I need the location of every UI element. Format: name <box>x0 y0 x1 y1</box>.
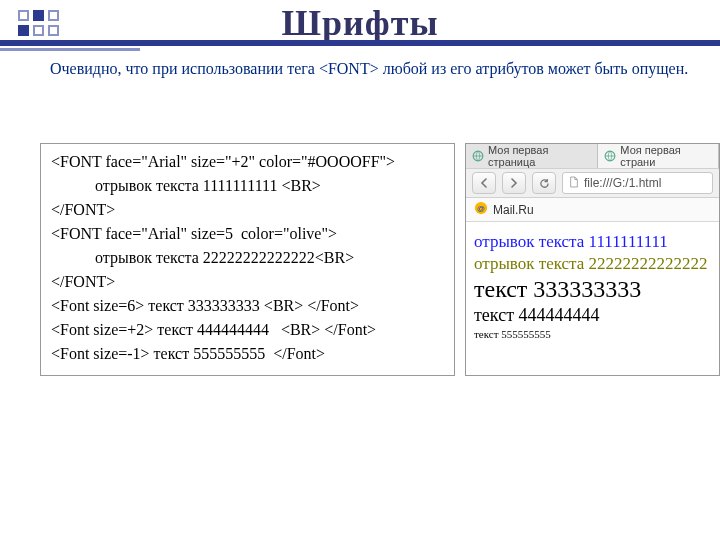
mailru-icon: @ <box>474 201 488 218</box>
intro-paragraph: Очевидно, что при использовании тега <FO… <box>50 58 690 80</box>
code-line: <Font size=-1> текст 555555555 </Font> <box>51 342 444 366</box>
tab-label: Моя первая страница <box>488 144 591 168</box>
code-line: отрывок текста 1111111111 <BR> <box>51 174 444 198</box>
code-line: </FONT> <box>51 198 444 222</box>
bookmark-item[interactable]: Mail.Ru <box>493 203 534 217</box>
example-panels: <FONT face="Arial" size="+2" color="#OOO… <box>40 143 720 376</box>
browser-address-bar: file:///G:/1.html <box>466 168 719 198</box>
rendered-line: текст 444444444 <box>474 305 711 326</box>
tab-label: Моя первая страни <box>620 144 712 168</box>
browser-tab-inactive[interactable]: Моя первая страница <box>466 144 598 168</box>
rendered-line: текст 333333333 <box>474 276 711 303</box>
title-underline <box>0 40 720 51</box>
forward-button[interactable] <box>502 172 526 194</box>
back-button[interactable] <box>472 172 496 194</box>
file-icon <box>569 176 579 191</box>
bookmark-bar: @ Mail.Ru <box>466 198 719 222</box>
globe-icon <box>472 150 484 162</box>
code-line: </FONT> <box>51 270 444 294</box>
rendered-line: отрывок текста 1111111111 <box>474 232 711 252</box>
code-panel: <FONT face="Arial" size="+2" color="#OOO… <box>40 143 455 376</box>
globe-icon <box>604 150 616 162</box>
browser-tabbar: Моя первая страница Моя первая страни <box>466 144 719 168</box>
url-field[interactable]: file:///G:/1.html <box>562 172 713 194</box>
rendered-page: отрывок текста 1111111111 отрывок текста… <box>466 222 719 350</box>
reload-button[interactable] <box>532 172 556 194</box>
slide-title: Шрифты <box>0 2 720 44</box>
code-line: <Font size=+2> текст 444444444 <BR> </Fo… <box>51 318 444 342</box>
svg-text:@: @ <box>477 204 485 213</box>
browser-tab-active[interactable]: Моя первая страни <box>598 144 719 168</box>
code-line: <Font size=6> текст 333333333 <BR> </Fon… <box>51 294 444 318</box>
rendered-line: текст 555555555 <box>474 328 711 340</box>
code-line: отрывок текста 22222222222222<BR> <box>51 246 444 270</box>
code-line: <FONT face="Arial" size=5 color="olive"> <box>51 222 444 246</box>
browser-panel: Моя первая страница Моя первая страни <box>465 143 720 376</box>
rendered-line: отрывок текста 22222222222222 <box>474 254 711 274</box>
code-line: <FONT face="Arial" size="+2" color="#OOO… <box>51 150 444 174</box>
url-text: file:///G:/1.html <box>584 176 661 190</box>
